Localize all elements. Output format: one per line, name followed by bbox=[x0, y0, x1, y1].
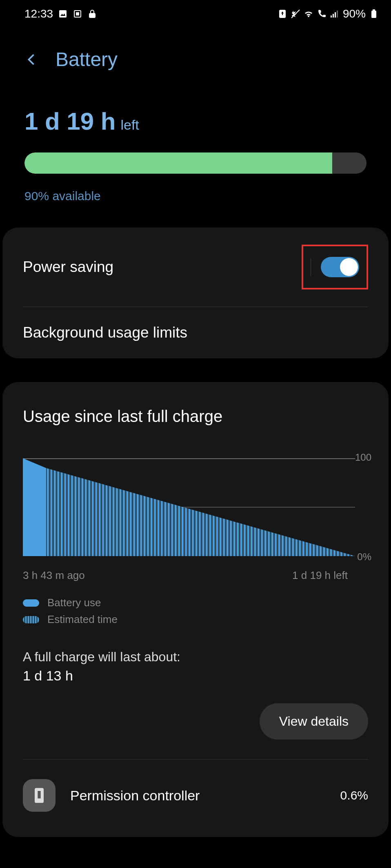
status-bar: 12:33 90% bbox=[0, 0, 391, 28]
toggle-knob bbox=[340, 258, 358, 276]
chart-x-end: 1 d 19 h left bbox=[292, 569, 348, 582]
stop-icon bbox=[73, 9, 82, 19]
svg-rect-9 bbox=[335, 12, 336, 18]
svg-rect-8 bbox=[333, 14, 334, 18]
svg-rect-10 bbox=[337, 11, 338, 18]
time-left-value: 1 d 19 h bbox=[24, 107, 116, 135]
chart-y-max: 100 bbox=[355, 452, 371, 463]
usage-title: Usage since last full charge bbox=[23, 407, 368, 426]
chart-legend: Battery use Estimated time bbox=[23, 596, 368, 626]
lock-icon bbox=[87, 9, 97, 19]
highlight-box bbox=[302, 245, 368, 289]
svg-marker-18 bbox=[46, 468, 355, 556]
svg-rect-4 bbox=[89, 13, 95, 18]
divider bbox=[23, 759, 368, 760]
battery-progress-fill bbox=[24, 152, 332, 174]
battery-summary: 1 d 19 h left 90% available bbox=[0, 91, 391, 227]
legend-estimated: Estimated time bbox=[47, 613, 118, 626]
page-title: Battery bbox=[56, 48, 118, 71]
svg-rect-0 bbox=[59, 10, 67, 18]
power-saving-label: Power saving bbox=[23, 258, 113, 276]
recycle-icon bbox=[278, 9, 287, 19]
vibrate-icon bbox=[291, 9, 300, 19]
wifi-icon bbox=[304, 9, 313, 19]
app-row[interactable]: Permission controller 0.6% bbox=[23, 779, 368, 812]
time-left-suffix: left bbox=[120, 117, 139, 133]
svg-rect-12 bbox=[373, 9, 375, 11]
app-name: Permission controller bbox=[70, 788, 326, 804]
svg-rect-3 bbox=[76, 13, 79, 15]
header: Battery bbox=[0, 28, 391, 91]
full-charge-val: 1 d 13 h bbox=[23, 668, 368, 684]
svg-point-21 bbox=[38, 792, 40, 793]
legend-hatch-icon bbox=[23, 616, 39, 623]
back-icon[interactable] bbox=[24, 52, 39, 67]
power-saving-toggle[interactable] bbox=[321, 257, 359, 277]
svg-rect-11 bbox=[371, 11, 376, 18]
signal-icon bbox=[330, 9, 340, 19]
legend-solid-icon bbox=[23, 599, 39, 607]
chart-y-min: 0% bbox=[357, 551, 371, 563]
power-saving-row[interactable]: Power saving bbox=[2, 227, 389, 307]
call-icon bbox=[317, 9, 327, 19]
status-battery-pct: 90% bbox=[343, 7, 366, 20]
toggle-separator bbox=[311, 258, 311, 276]
view-details-button[interactable]: View details bbox=[260, 703, 368, 740]
picture-icon bbox=[58, 9, 68, 19]
bg-limits-label: Background usage limits bbox=[23, 324, 187, 341]
app-pct: 0.6% bbox=[340, 788, 368, 802]
chart-x-start: 3 h 43 m ago bbox=[23, 569, 85, 582]
usage-chart[interactable]: 100 0% bbox=[23, 458, 368, 556]
svg-marker-15 bbox=[23, 458, 46, 556]
bg-limits-row[interactable]: Background usage limits bbox=[2, 307, 389, 358]
battery-progress-bar bbox=[24, 152, 367, 174]
svg-rect-7 bbox=[331, 15, 332, 18]
available-text: 90% available bbox=[24, 189, 367, 203]
full-charge-text: A full charge will last about: bbox=[23, 649, 368, 665]
battery-icon bbox=[369, 9, 379, 19]
settings-card: Power saving Background usage limits bbox=[2, 227, 389, 358]
usage-card: Usage since last full charge 100 0% 3 h … bbox=[2, 382, 389, 837]
app-icon bbox=[23, 779, 56, 812]
legend-battery-use: Battery use bbox=[47, 596, 101, 609]
status-time: 12:33 bbox=[24, 7, 53, 20]
